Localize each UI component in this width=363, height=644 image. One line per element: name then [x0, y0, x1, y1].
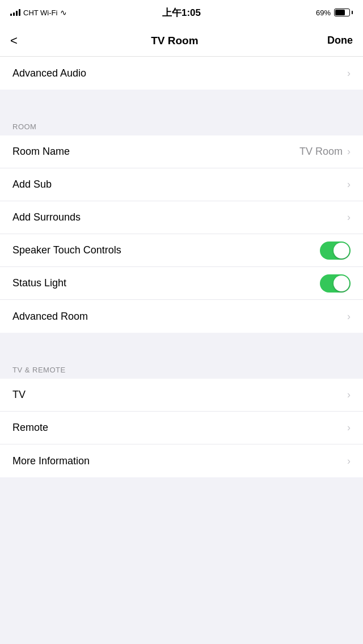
settings-content: Advanced Audio›ROOMRoom NameTV Room›Add …: [0, 57, 363, 477]
row-right-status-light: [320, 274, 351, 293]
chevron-icon-remote: ›: [347, 422, 351, 434]
toggle-status-light[interactable]: [320, 274, 351, 293]
chevron-icon-room-name: ›: [347, 146, 351, 158]
battery-icon: [334, 9, 353, 16]
chevron-icon-add-surrounds: ›: [347, 211, 351, 223]
row-advanced-audio[interactable]: Advanced Audio›: [0, 57, 363, 90]
row-right-advanced-audio: ›: [347, 67, 351, 79]
row-label-status-light: Status Light: [12, 277, 66, 289]
row-label-advanced-room: Advanced Room: [12, 311, 88, 323]
chevron-icon-more-information: ›: [347, 455, 351, 467]
row-label-add-sub: Add Sub: [12, 179, 52, 190]
status-right: 69%: [316, 9, 353, 17]
section-header-tv-remote: TV & REMOTE: [0, 353, 363, 379]
nav-title: TV Room: [151, 35, 198, 47]
row-more-information[interactable]: More Information›: [0, 444, 363, 477]
row-right-tv: ›: [347, 389, 351, 401]
section-gap-room: [0, 90, 363, 110]
toggle-thumb-status-light: [334, 276, 349, 291]
status-left: CHT Wi-Fi ∿: [10, 8, 67, 17]
back-button[interactable]: <: [10, 31, 22, 50]
battery-percent: 69%: [316, 9, 331, 17]
settings-group-top: Advanced Audio›: [0, 57, 363, 90]
row-right-add-sub: ›: [347, 179, 351, 190]
row-right-advanced-room: ›: [347, 311, 351, 323]
section-gap-tv-remote: [0, 333, 363, 353]
row-right-room-name: TV Room›: [299, 146, 351, 158]
row-label-add-surrounds: Add Surrounds: [12, 211, 81, 223]
row-remote[interactable]: Remote›: [0, 412, 363, 444]
row-tv[interactable]: TV›: [0, 379, 363, 412]
settings-group-tv-remote: TV›Remote›More Information›: [0, 379, 363, 477]
status-bar: CHT Wi-Fi ∿ 上午1:05 69%: [0, 0, 363, 25]
row-right-speaker-touch-controls: [320, 242, 351, 260]
settings-group-room: Room NameTV Room›Add Sub›Add Surrounds›S…: [0, 135, 363, 333]
row-advanced-room[interactable]: Advanced Room›: [0, 300, 363, 333]
chevron-icon-advanced-room: ›: [347, 311, 351, 323]
row-label-tv: TV: [12, 389, 26, 401]
row-value-room-name: TV Room: [299, 146, 343, 158]
done-button[interactable]: Done: [327, 35, 353, 46]
row-label-more-information: More Information: [12, 455, 90, 467]
row-speaker-touch-controls[interactable]: Speaker Touch Controls: [0, 234, 363, 267]
chevron-icon-add-sub: ›: [347, 179, 351, 190]
row-right-add-surrounds: ›: [347, 211, 351, 223]
wifi-icon: ∿: [60, 8, 67, 17]
carrier-label: CHT Wi-Fi: [23, 9, 57, 17]
signal-icon: [10, 9, 20, 16]
row-right-remote: ›: [347, 422, 351, 434]
row-add-surrounds[interactable]: Add Surrounds›: [0, 201, 363, 234]
row-label-remote: Remote: [12, 422, 48, 434]
row-label-advanced-audio: Advanced Audio: [12, 67, 86, 79]
row-label-speaker-touch-controls: Speaker Touch Controls: [12, 244, 121, 256]
toggle-speaker-touch-controls[interactable]: [320, 242, 351, 260]
row-add-sub[interactable]: Add Sub›: [0, 168, 363, 201]
status-time: 上午1:05: [162, 6, 201, 19]
row-status-light[interactable]: Status Light: [0, 267, 363, 300]
chevron-icon-tv: ›: [347, 389, 351, 401]
chevron-icon-advanced-audio: ›: [347, 67, 351, 79]
row-label-room-name: Room Name: [12, 146, 70, 158]
section-header-room: ROOM: [0, 110, 363, 135]
row-right-more-information: ›: [347, 455, 351, 467]
row-room-name[interactable]: Room NameTV Room›: [0, 135, 363, 168]
toggle-thumb-speaker-touch-controls: [334, 243, 349, 259]
navigation-bar: < TV Room Done: [0, 25, 363, 57]
